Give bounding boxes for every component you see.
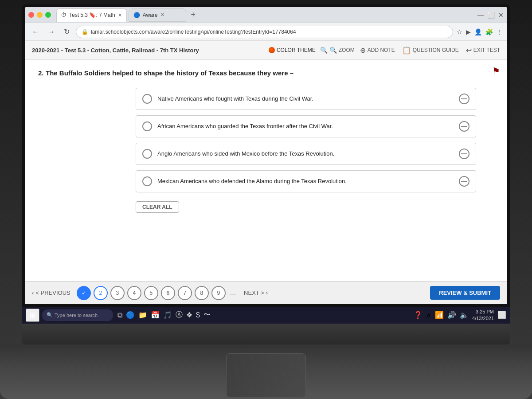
taskbar: ⊞ 🔍 Type here to search ⧉ 🔵 📁 📅 🎵 Ⓐ ❖ $ … xyxy=(22,307,510,324)
dropbox-icon[interactable]: ❖ xyxy=(186,311,192,319)
system-tray-icon: ❓ xyxy=(414,311,422,319)
q-nav-3[interactable]: 3 xyxy=(110,286,125,300)
window-controls[interactable] xyxy=(28,12,51,18)
q-nav-7-label: 7 xyxy=(183,290,186,296)
back-button[interactable]: ← xyxy=(29,27,42,37)
tab-test[interactable]: ⏱ Test 5.3 🔖: 7 Math ✕ xyxy=(56,8,127,22)
q-nav-1-check: ✓ xyxy=(82,290,86,296)
dollar-icon[interactable]: $ xyxy=(196,311,200,319)
q-nav-8[interactable]: 8 xyxy=(195,286,209,300)
question-guide-label: QUESTION GUIDE xyxy=(413,47,459,53)
next-button[interactable]: NEXT > › xyxy=(244,289,268,296)
touchpad[interactable] xyxy=(226,353,306,398)
answer-row-c[interactable]: Anglo Americans who sided with Mexico be… xyxy=(136,143,476,165)
radio-a[interactable] xyxy=(142,94,152,104)
answer-row-b[interactable]: African Americans who guarded the Texas … xyxy=(136,115,476,137)
folder-icon[interactable]: 📁 xyxy=(138,311,147,319)
q-nav-9[interactable]: 9 xyxy=(211,286,226,300)
speaker-icon[interactable]: 🔈 xyxy=(460,311,469,319)
toolbar-left: COLOR THEME 🔍 🔍 ZOOM xyxy=(269,47,355,54)
minimize-window-button[interactable] xyxy=(37,12,43,18)
eliminate-b-button[interactable] xyxy=(459,121,469,132)
taskbar-right: ❓ ∧ 📶 🔊 🔈 3:25 PM 4/13/2021 ⬜ xyxy=(414,309,506,321)
star-icon[interactable]: ☆ xyxy=(457,28,462,35)
tab-aware-close[interactable]: ✕ xyxy=(160,12,164,18)
url-box[interactable]: 🔒 lamar.schoolobjects.com/aware2/onlineT… xyxy=(76,26,453,38)
q-nav-8-label: 8 xyxy=(200,290,203,296)
q-nav-5[interactable]: 5 xyxy=(144,286,158,300)
question-guide-button[interactable]: 📋 QUESTION GUIDE xyxy=(402,46,459,55)
add-note-button[interactable]: ⊕ ADD NOTE xyxy=(360,46,395,55)
add-note-label: ADD NOTE xyxy=(368,47,395,53)
previous-icon: ‹ xyxy=(32,289,34,296)
exit-test-button[interactable]: ↩ EXIT TEST xyxy=(466,46,500,55)
browser-minimize-icon[interactable]: — xyxy=(477,12,484,19)
color-theme-button[interactable]: COLOR THEME xyxy=(269,47,316,53)
q-nav-4[interactable]: 4 xyxy=(127,286,141,300)
eliminate-a-button[interactable] xyxy=(459,94,469,104)
sound-icon[interactable]: 🔊 xyxy=(447,311,456,319)
question-text: 2. The Buffalo Soldiers helped to shape … xyxy=(38,69,494,77)
new-tab-button[interactable]: + xyxy=(188,10,199,20)
q-nav-1[interactable]: ✓ xyxy=(77,286,91,300)
tab-test-label: Test 5.3 🔖: 7 Math xyxy=(69,12,115,18)
extension-icon[interactable]: 🧩 xyxy=(485,28,493,35)
answer-text-a: Native Americans who fought with Texas d… xyxy=(157,95,454,103)
radio-d[interactable] xyxy=(142,176,152,186)
q-nav-2[interactable]: 2 xyxy=(94,286,108,300)
taskbar-search-box[interactable]: 🔍 Type here to search xyxy=(42,309,113,321)
taskbar-search-label: Type here to search xyxy=(55,313,98,318)
answer-row-a[interactable]: Native Americans who fought with Texas d… xyxy=(136,88,476,110)
play-icon[interactable]: ▶ xyxy=(466,28,471,35)
answer-row-d[interactable]: Mexican Americans who defended the Alamo… xyxy=(136,170,476,192)
q-nav-3-label: 3 xyxy=(116,290,119,296)
add-note-icon: ⊕ xyxy=(360,46,366,55)
tab-test-close[interactable]: ✕ xyxy=(118,12,122,18)
chevron-up-icon[interactable]: ∧ xyxy=(426,311,431,319)
q-nav-7[interactable]: 7 xyxy=(178,286,192,300)
eliminate-b-icon xyxy=(461,126,467,127)
answer-text-c: Anglo Americans who sided with Mexico be… xyxy=(157,150,454,158)
wave-icon[interactable]: 〜 xyxy=(203,310,211,320)
answers-container: Native Americans who fought with Texas d… xyxy=(136,88,476,213)
answer-text-d: Mexican Americans who defended the Alamo… xyxy=(157,177,454,185)
flag-button[interactable]: ⚑ xyxy=(492,66,500,76)
forward-button[interactable]: → xyxy=(45,27,58,37)
eliminate-d-icon xyxy=(461,181,467,182)
eliminate-a-icon xyxy=(461,98,467,99)
laptop-base xyxy=(0,344,532,399)
refresh-button[interactable]: ↻ xyxy=(61,27,72,37)
chrome-icon[interactable]: 🔵 xyxy=(126,311,135,319)
title-bar: ⏱ Test 5.3 🔖: 7 Math ✕ 🔵 Aware ✕ + — ⬜ ✕ xyxy=(25,7,507,23)
q-nav-9-label: 9 xyxy=(217,290,220,296)
media-icon[interactable]: 🎵 xyxy=(163,311,172,319)
eliminate-c-button[interactable] xyxy=(459,149,469,159)
next-icon: › xyxy=(266,289,268,296)
calendar-icon[interactable]: 📅 xyxy=(151,311,160,319)
previous-button[interactable]: ‹ < PREVIOUS xyxy=(32,289,70,296)
network-icon[interactable]: 📶 xyxy=(435,311,444,319)
more-icon[interactable]: ⋮ xyxy=(497,28,503,35)
browser-restore-icon[interactable]: ⬜ xyxy=(487,12,495,19)
test-title: 2020-2021 - Test 5.3 - Cotton, Cattle, R… xyxy=(32,47,263,54)
eliminate-d-button[interactable] xyxy=(459,176,469,187)
tab-aware[interactable]: 🔵 Aware ✕ xyxy=(129,8,186,22)
show-desktop-button[interactable]: ⬜ xyxy=(497,311,506,319)
radio-c[interactable] xyxy=(142,149,152,159)
q-nav-6[interactable]: 6 xyxy=(161,286,175,300)
eliminate-c-icon xyxy=(461,153,467,154)
profile-icon[interactable]: 👤 xyxy=(474,28,482,35)
radio-b[interactable] xyxy=(142,121,152,131)
tab-aware-icon: 🔵 xyxy=(133,12,140,18)
address-bar: ← → ↻ 🔒 lamar.schoolobjects.com/aware2/o… xyxy=(25,23,507,41)
close-window-button[interactable] xyxy=(28,12,34,18)
task-view-icon[interactable]: ⧉ xyxy=(117,311,122,319)
browser-close-icon[interactable]: ✕ xyxy=(498,12,504,19)
zoom-in-button[interactable]: 🔍 xyxy=(329,47,337,54)
maximize-window-button[interactable] xyxy=(45,12,51,18)
zoom-out-button[interactable]: 🔍 xyxy=(320,47,328,54)
windows-start-button[interactable]: ⊞ xyxy=(26,309,39,322)
app-a-icon[interactable]: Ⓐ xyxy=(176,310,183,320)
clear-all-button[interactable]: CLEAR ALL xyxy=(136,201,179,213)
review-submit-button[interactable]: REVIEW & SUBMIT xyxy=(430,286,500,300)
